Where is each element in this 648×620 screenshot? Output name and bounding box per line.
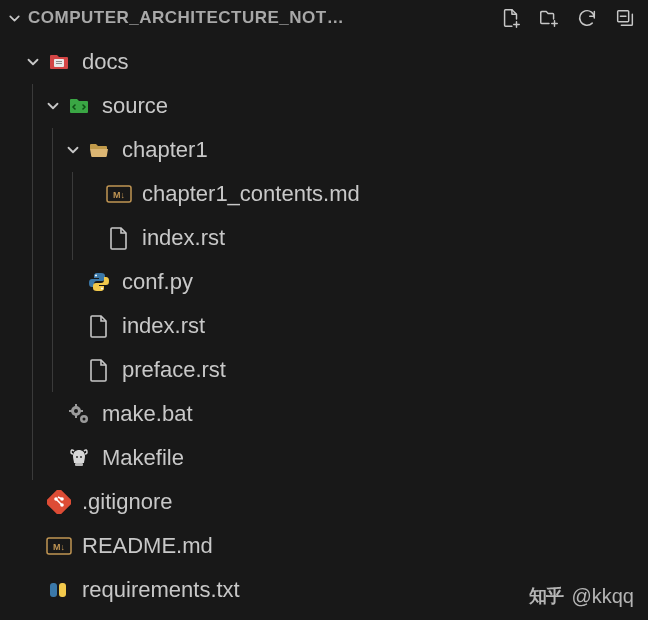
svg-rect-25 — [50, 583, 57, 597]
folder-label: docs — [82, 49, 128, 75]
svg-text:M↓: M↓ — [113, 190, 125, 200]
markdown-icon: M↓ — [106, 181, 132, 207]
file-tree: docs source chapter1 M↓ — [0, 36, 648, 612]
svg-rect-3 — [56, 63, 62, 64]
new-folder-button[interactable] — [536, 5, 562, 31]
file-make-bat[interactable]: make.bat — [0, 392, 648, 436]
folder-label: source — [102, 93, 168, 119]
chevron-down-icon — [20, 49, 46, 75]
collapse-all-button[interactable] — [612, 5, 638, 31]
zhihu-logo: 知乎 — [529, 584, 563, 608]
svg-rect-12 — [69, 410, 72, 412]
explorer-actions — [498, 5, 642, 31]
folder-label: chapter1 — [122, 137, 208, 163]
svg-point-6 — [95, 275, 97, 277]
file-icon — [86, 357, 112, 383]
file-label: requirements.txt — [82, 577, 240, 603]
svg-point-16 — [76, 456, 78, 458]
file-icon — [106, 225, 132, 251]
chevron-down-icon — [4, 8, 24, 28]
svg-rect-10 — [75, 404, 77, 407]
watermark-handle: @kkqq — [571, 585, 634, 608]
svg-point-15 — [83, 418, 86, 421]
file-preface[interactable]: preface.rst — [0, 348, 648, 392]
file-gitignore[interactable]: .gitignore — [0, 480, 648, 524]
git-icon — [46, 489, 72, 515]
pip-requirements-icon — [46, 577, 72, 603]
file-label: .gitignore — [82, 489, 173, 515]
svg-rect-18 — [75, 463, 83, 466]
folder-open-icon — [86, 137, 112, 163]
explorer-header: COMPUTER_ARCHITECTURE_NOT… — [0, 0, 648, 36]
python-icon — [86, 269, 112, 295]
new-file-button[interactable] — [498, 5, 524, 31]
svg-point-17 — [80, 456, 82, 458]
refresh-button[interactable] — [574, 5, 600, 31]
file-readme[interactable]: M↓ README.md — [0, 524, 648, 568]
file-label: chapter1_contents.md — [142, 181, 360, 207]
file-label: README.md — [82, 533, 213, 559]
file-icon — [86, 313, 112, 339]
file-label: index.rst — [142, 225, 225, 251]
watermark: 知乎 @kkqq — [529, 584, 634, 608]
svg-point-9 — [74, 409, 78, 413]
svg-rect-2 — [56, 61, 62, 62]
svg-point-7 — [101, 288, 103, 290]
file-label: conf.py — [122, 269, 193, 295]
folder-docs[interactable]: docs — [0, 40, 648, 84]
file-label: index.rst — [122, 313, 205, 339]
gnu-icon — [66, 445, 92, 471]
chevron-down-icon — [40, 93, 66, 119]
chevron-down-icon — [60, 137, 86, 163]
folder-source[interactable]: source — [0, 84, 648, 128]
folder-docs-icon — [46, 49, 72, 75]
svg-rect-11 — [75, 415, 77, 418]
folder-chapter1[interactable]: chapter1 — [0, 128, 648, 172]
markdown-icon: M↓ — [46, 533, 72, 559]
file-chapter1-index[interactable]: index.rst — [0, 216, 648, 260]
file-label: make.bat — [102, 401, 193, 427]
file-label: preface.rst — [122, 357, 226, 383]
file-source-index[interactable]: index.rst — [0, 304, 648, 348]
project-title: COMPUTER_ARCHITECTURE_NOT… — [28, 8, 498, 28]
svg-rect-26 — [59, 583, 66, 597]
svg-text:M↓: M↓ — [53, 542, 65, 552]
file-conf-py[interactable]: conf.py — [0, 260, 648, 304]
gear-icon — [66, 401, 92, 427]
svg-rect-13 — [80, 410, 83, 412]
file-label: Makefile — [102, 445, 184, 471]
project-root[interactable]: COMPUTER_ARCHITECTURE_NOT… — [4, 8, 498, 28]
file-chapter1-contents[interactable]: M↓ chapter1_contents.md — [0, 172, 648, 216]
folder-source-icon — [66, 93, 92, 119]
file-makefile[interactable]: Makefile — [0, 436, 648, 480]
